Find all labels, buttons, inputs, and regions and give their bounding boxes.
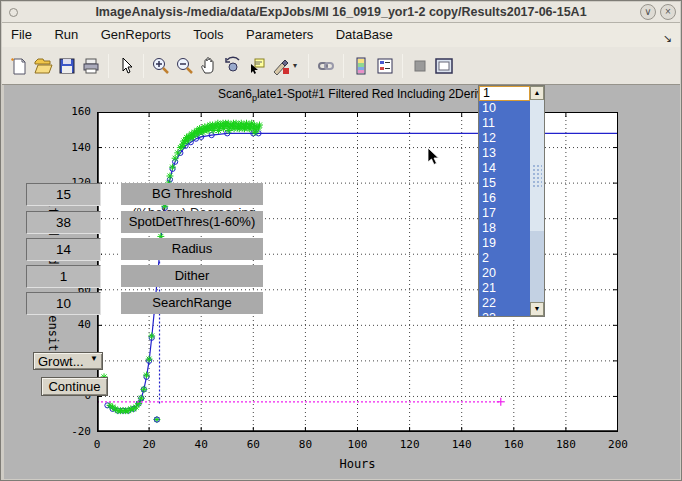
dropdown-item[interactable]: 16 <box>479 191 530 206</box>
param-field-searchrange[interactable] <box>26 292 101 315</box>
menu-run[interactable]: Run <box>45 23 87 42</box>
y-tick-label: 140 <box>53 141 91 154</box>
scroll-up-icon[interactable]: ▲ <box>530 86 544 100</box>
dropdown-item[interactable]: 22 <box>479 296 530 311</box>
x-tick-label: 20 <box>129 438 169 451</box>
param-label: Dither <box>121 265 263 287</box>
x-tick-label: 100 <box>338 438 378 451</box>
pointer-icon[interactable] <box>114 54 138 78</box>
open-folder-icon[interactable] <box>31 54 55 78</box>
param-label: SearchRange <box>121 292 263 314</box>
dropdown-selected-value[interactable]: 1 <box>479 86 530 101</box>
x-tick-label: 140 <box>442 438 482 451</box>
dropdown-item[interactable]: 14 <box>479 161 530 176</box>
menu-bar: File Run GenReports Tools Parameters Dat… <box>2 23 680 47</box>
inactive-square-icon[interactable] <box>408 54 432 78</box>
menu-parameters[interactable]: Parameters <box>237 23 322 42</box>
dropdown-item[interactable]: 18 <box>479 221 530 236</box>
minimize-icon: ∨ <box>644 6 651 17</box>
param-label: Radius <box>121 238 263 260</box>
close-button[interactable]: × <box>660 4 676 20</box>
plot-tools-icon[interactable] <box>432 54 456 78</box>
app-window: ImageAnalysis-/media/data/ExpJobs/MI 16_… <box>0 0 682 481</box>
dropdown-item[interactable]: 13 <box>479 146 530 161</box>
window-title: ImageAnalysis-/media/data/ExpJobs/MI 16_… <box>2 5 680 19</box>
y-tick-label: -20 <box>53 425 91 438</box>
brush-icon[interactable] <box>269 54 293 78</box>
toolbar-separator <box>343 54 344 78</box>
param-field-bg-threshold[interactable] <box>26 183 101 206</box>
link-plots-icon[interactable] <box>314 54 338 78</box>
param-label: BG Threshold <box>121 183 263 205</box>
dropdown-item[interactable]: 11 <box>479 116 530 131</box>
number-dropdown-list: 1 10111213141516171819220212223 ▲ ▼ <box>478 85 545 317</box>
growth-dropdown-button[interactable]: Growt...▼ <box>33 352 103 370</box>
rotate-3d-icon[interactable] <box>221 54 245 78</box>
scroll-down-icon[interactable]: ▼ <box>530 302 544 316</box>
dock-arrow-icon[interactable]: ↘ <box>663 32 672 45</box>
toolbar-separator <box>402 54 403 78</box>
x-tick-label: 200 <box>598 438 638 451</box>
chevron-down-icon: ▼ <box>90 354 98 363</box>
dropdown-item[interactable]: 21 <box>479 281 530 296</box>
scrollbar-thumb[interactable] <box>532 164 542 188</box>
x-tick-label: 120 <box>390 438 430 451</box>
scrollbar-track[interactable] <box>530 100 544 231</box>
dropdown-item[interactable]: 23 <box>479 311 530 316</box>
close-icon: × <box>665 6 671 17</box>
x-tick-label: 60 <box>233 438 273 451</box>
dropdown-item[interactable]: 10 <box>479 101 530 116</box>
continue-button[interactable]: Continue <box>41 377 108 396</box>
x-tick-label: 40 <box>181 438 221 451</box>
dropdown-item[interactable]: 15 <box>479 176 530 191</box>
param-field-spotdetthres-1-60-[interactable] <box>26 211 101 234</box>
x-tick-label: 80 <box>285 438 325 451</box>
menu-file[interactable]: File <box>2 23 41 42</box>
zoom-in-icon[interactable] <box>149 54 173 78</box>
y-tick-label: 160 <box>53 105 91 118</box>
dropdown-items: 10111213141516171819220212223 <box>479 101 530 316</box>
dropdown-item[interactable]: 19 <box>479 236 530 251</box>
menu-tools[interactable]: Tools <box>184 23 232 42</box>
dropdown-item[interactable]: 2 <box>479 251 530 266</box>
dropdown-item[interactable]: 12 <box>479 131 530 146</box>
menu-genreports[interactable]: GenReports <box>92 23 180 42</box>
param-field-dither[interactable] <box>26 265 101 288</box>
minimize-button[interactable]: ∨ <box>640 4 656 20</box>
insert-legend-icon[interactable] <box>373 54 397 78</box>
insert-colorbar-icon[interactable] <box>349 54 373 78</box>
dropdown-scrollbar[interactable]: ▲ ▼ <box>530 86 544 316</box>
dropdown-item[interactable]: 17 <box>479 206 530 221</box>
x-tick-label: 160 <box>494 438 534 451</box>
param-field-radius[interactable] <box>26 238 101 261</box>
menu-database[interactable]: DataBase <box>327 23 402 42</box>
save-icon[interactable] <box>55 54 79 78</box>
toolbar-separator <box>108 54 109 78</box>
new-document-icon[interactable] <box>7 54 31 78</box>
title-bar[interactable]: ImageAnalysis-/media/data/ExpJobs/MI 16_… <box>2 2 680 23</box>
x-axis-label: Hours <box>97 457 618 471</box>
toolbar: ▾ <box>2 47 680 85</box>
y-tick-label: 40 <box>53 318 91 331</box>
toolbar-separator <box>308 54 309 78</box>
mouse-cursor <box>427 147 441 167</box>
toolbar-separator <box>143 54 144 78</box>
dropdown-item[interactable]: 20 <box>479 266 530 281</box>
print-icon[interactable] <box>79 54 103 78</box>
zoom-out-icon[interactable] <box>173 54 197 78</box>
param-label: SpotDetThres(1-60%) <box>121 211 263 233</box>
x-tick-label: 0 <box>77 438 117 451</box>
data-cursor-icon[interactable] <box>245 54 269 78</box>
x-tick-label: 180 <box>546 438 586 451</box>
pan-hand-icon[interactable] <box>197 54 221 78</box>
brush-caret-icon[interactable]: ▾ <box>293 54 303 78</box>
